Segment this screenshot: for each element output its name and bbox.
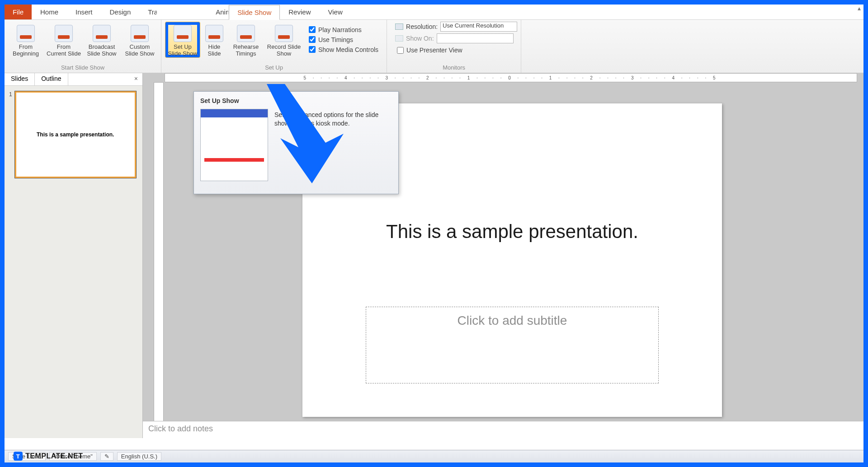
vertical-ruler xyxy=(154,82,164,432)
broadcast-slide-show-button[interactable]: Broadcast Slide Show xyxy=(84,22,119,58)
hide-slide-button[interactable]: Hide Slide xyxy=(203,22,226,58)
group-label-start: Start Slide Show xyxy=(8,63,157,73)
status-bar: Slide 1 of 1 "Office Theme" ✎ English (U… xyxy=(5,450,863,462)
status-spellcheck-icon[interactable]: ✎ xyxy=(100,452,113,461)
record-icon xyxy=(275,25,293,42)
projector-icon xyxy=(17,25,35,42)
tooltip-set-up-show: Set Up Show Set up advanced options for … xyxy=(193,91,399,194)
record-slide-show-button[interactable]: Record Slide Show xyxy=(266,22,302,58)
clock-icon xyxy=(237,25,255,42)
pane-close-button[interactable]: × xyxy=(130,73,142,85)
title-placeholder[interactable]: This is a sample presentation. xyxy=(334,221,690,243)
slide-thumbnail-1[interactable]: 1 This is a sample presentation. xyxy=(9,91,138,178)
pane-tab-slides[interactable]: Slides xyxy=(5,73,35,85)
slides-icon xyxy=(131,25,149,42)
tab-transitions[interactable]: Transitions xyxy=(139,5,157,19)
ribbon-tabs: File Home Insert Design Transitions Anim… xyxy=(5,5,863,20)
workspace: Slides Outline × 1 This is a sample pres… xyxy=(5,73,863,438)
resolution-row: Resolution: Use Current Resolution xyxy=(395,22,517,32)
use-presenter-view-checkbox[interactable]: Use Presenter View xyxy=(395,45,517,55)
thumb-title-text: This is a sample presentation. xyxy=(37,131,114,138)
show-on-row: Show On: xyxy=(395,33,517,43)
tooltip-title: Set Up Show xyxy=(200,97,392,104)
group-set-up: Set Up Slide Show Hide Slide Rehearse Ti… xyxy=(161,20,387,73)
monitor-icon xyxy=(395,23,403,30)
from-beginning-button[interactable]: From Beginning xyxy=(8,22,43,58)
tab-design[interactable]: Design xyxy=(101,5,140,19)
tooltip-preview-image xyxy=(200,109,268,181)
tab-home[interactable]: Home xyxy=(32,5,67,19)
broadcast-icon xyxy=(93,25,111,42)
subtitle-placeholder[interactable]: Click to add subtitle xyxy=(366,307,659,383)
monitor-icon xyxy=(395,35,403,42)
tab-view[interactable]: View xyxy=(319,5,351,19)
notes-pane[interactable]: Click to add notes xyxy=(143,421,863,438)
ribbon: From Beginning From Current Slide Broadc… xyxy=(5,20,863,73)
resolution-select[interactable]: Use Current Resolution xyxy=(440,22,517,32)
from-current-slide-button[interactable]: From Current Slide xyxy=(46,22,81,58)
horizontal-ruler: 5 · · · · 4 · · · · 3 · · · · 2 · · · · … xyxy=(165,73,857,82)
thumb-number: 1 xyxy=(9,91,12,178)
play-narrations-checkbox[interactable]: Play Narrations xyxy=(307,25,380,35)
custom-slide-show-button[interactable]: Custom Slide Show xyxy=(122,22,157,58)
tab-review[interactable]: Review xyxy=(280,5,319,19)
slides-pane: Slides Outline × 1 This is a sample pres… xyxy=(5,73,143,438)
group-label-setup: Set Up xyxy=(165,63,383,73)
tooltip-description: Set up advanced options for the slide sh… xyxy=(274,109,392,181)
tab-insert[interactable]: Insert xyxy=(67,5,101,19)
tab-file[interactable]: File xyxy=(5,5,32,19)
status-language[interactable]: English (U.S.) xyxy=(117,452,161,461)
setup-show-icon xyxy=(174,25,192,42)
tab-slide-show[interactable]: Slide Show xyxy=(229,5,280,20)
show-on-select[interactable] xyxy=(437,33,514,43)
group-start-slide-show: From Beginning From Current Slide Broadc… xyxy=(5,20,161,73)
group-label-monitors: Monitors xyxy=(391,63,517,73)
use-timings-checkbox[interactable]: Use Timings xyxy=(307,35,380,45)
tab-animations[interactable]: Animations xyxy=(207,5,229,19)
pane-tab-outline[interactable]: Outline xyxy=(35,73,68,85)
watermark: T TEMPLATE.NET xyxy=(14,452,83,461)
rehearse-timings-button[interactable]: Rehearse Timings xyxy=(228,22,264,58)
window-controls[interactable]: ▴ xyxy=(858,5,861,12)
show-media-controls-checkbox[interactable]: Show Media Controls xyxy=(307,45,380,55)
projector-icon xyxy=(55,25,73,42)
set-up-slide-show-button[interactable]: Set Up Slide Show xyxy=(165,22,200,58)
hide-slide-icon xyxy=(205,25,223,42)
watermark-logo-icon: T xyxy=(14,452,23,461)
group-monitors: Resolution: Use Current Resolution Show … xyxy=(387,20,521,73)
